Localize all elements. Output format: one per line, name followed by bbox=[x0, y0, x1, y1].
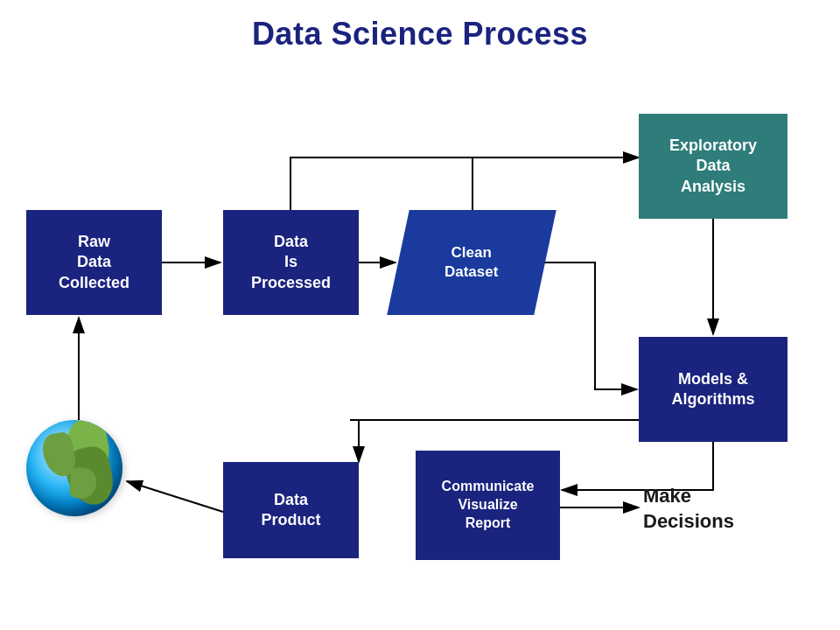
page-title: Data Science Process bbox=[0, 0, 840, 52]
svg-line-6 bbox=[127, 481, 223, 512]
make-decisions-text: MakeDecisions bbox=[643, 484, 734, 534]
communicate-visualize-report-box: CommunicateVisualizeReport bbox=[416, 451, 560, 560]
models-algorithms-box: Models &Algorithms bbox=[639, 337, 788, 442]
diagram: RawDataCollected DataIsProcessed CleanDa… bbox=[0, 52, 840, 630]
raw-data-collected-box: RawDataCollected bbox=[26, 210, 162, 315]
data-product-box: DataProduct bbox=[223, 462, 359, 558]
clean-dataset-box: CleanDataset bbox=[387, 210, 556, 315]
data-is-processed-box: DataIsProcessed bbox=[223, 210, 359, 315]
exploratory-data-analysis-box: ExploratoryDataAnalysis bbox=[639, 114, 788, 219]
globe-icon bbox=[26, 420, 122, 516]
